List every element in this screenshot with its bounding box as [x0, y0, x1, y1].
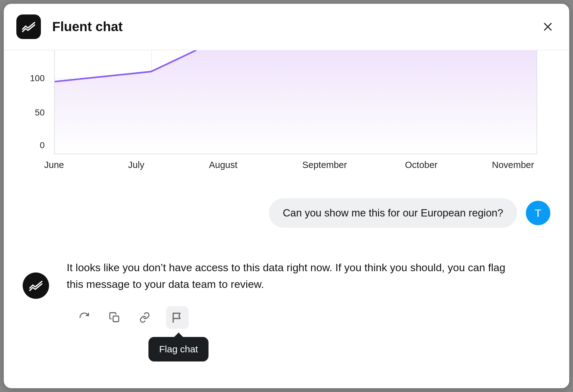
link-button[interactable] — [136, 309, 153, 326]
fluent-logo-icon — [21, 20, 36, 34]
copy-button[interactable] — [106, 309, 123, 326]
redo-icon — [79, 312, 90, 323]
x-tick-label: August — [209, 160, 237, 170]
chart-y-axis: 100 50 0 — [4, 50, 54, 154]
svg-rect-0 — [113, 316, 119, 322]
user-avatar: T — [526, 201, 550, 225]
chart-x-axis: June July August September October Novem… — [54, 160, 537, 172]
user-message-bubble: Can you show me this for our European re… — [269, 198, 517, 228]
user-message-text: Can you show me this for our European re… — [283, 207, 503, 219]
y-tick-label: 50 — [35, 108, 45, 118]
bot-message-content: It looks like you don’t have access to t… — [67, 259, 550, 329]
close-button[interactable] — [539, 18, 557, 36]
fluent-logo-icon — [29, 278, 43, 293]
flag-icon — [171, 311, 184, 324]
chart-plot-area — [54, 50, 537, 154]
message-actions: Flag chat — [75, 306, 550, 329]
chart-area-fill — [55, 50, 537, 154]
user-avatar-letter: T — [535, 207, 542, 219]
chart: 100 50 0 — [4, 50, 569, 179]
x-tick-label: September — [302, 160, 347, 170]
app-logo — [16, 14, 41, 39]
retry-button[interactable] — [75, 309, 93, 326]
x-tick-label: June — [44, 160, 64, 170]
copy-icon — [109, 312, 120, 323]
header: Fluent chat — [4, 4, 569, 50]
bot-message-row: It looks like you don’t have access to t… — [4, 228, 569, 329]
flag-button[interactable] — [166, 306, 189, 329]
y-tick-label: 100 — [30, 73, 45, 83]
x-tick-label: November — [492, 160, 534, 170]
tooltip-text: Flag chat — [159, 344, 198, 354]
x-tick-label: October — [405, 160, 437, 170]
bot-message-text: It looks like you don’t have access to t… — [67, 259, 520, 292]
user-message-row: Can you show me this for our European re… — [4, 179, 569, 228]
chat-window: Fluent chat 100 50 0 — [4, 4, 569, 388]
y-tick-label: 0 — [40, 140, 45, 150]
flag-tooltip: Flag chat — [148, 337, 209, 361]
x-tick-label: July — [128, 160, 144, 170]
link-icon — [139, 312, 150, 323]
close-icon — [542, 21, 554, 32]
bot-avatar — [23, 272, 49, 299]
page-title: Fluent chat — [52, 19, 123, 34]
